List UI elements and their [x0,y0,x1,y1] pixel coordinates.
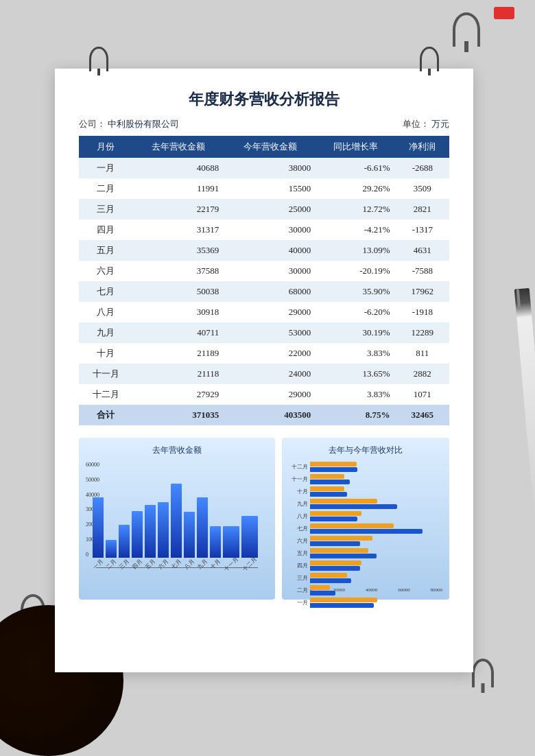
hbar-label: 八月 [289,512,308,520]
chart-left: 去年营收金额 6000050000400003000020000100000 一… [79,438,275,600]
hbar-label: 六月 [289,537,308,545]
hbar-last-year [310,598,377,602]
chart-left-title: 去年营收金额 [86,445,268,456]
cell-profit: 12289 [396,322,449,343]
cell-month: 四月 [79,220,132,240]
cell-last_year: 11991 [132,178,224,199]
hbar-this-year [310,554,377,558]
bar [106,540,117,558]
total-cell-growth: 8.75% [316,405,395,425]
bar-chart: 6000050000400003000020000100000 一月二月三月四月… [86,462,268,578]
bar-col: 四月 [132,472,143,568]
bar-col: 十二月 [241,472,258,568]
bar [145,505,156,558]
hbar-label: 二月 [289,587,308,594]
hbar-last-year [310,536,372,541]
col-profit: 净利润 [396,136,449,158]
hbar-row: 三月 [289,573,442,583]
cell-this_year: 22000 [224,343,316,364]
hbar-row: 一月 [289,598,442,608]
cell-this_year: 29000 [224,302,316,322]
bar-label: 十二月 [241,556,259,573]
bar-col: 六月 [158,472,169,568]
bar-label: 二月 [104,558,117,571]
cell-last_year: 21118 [132,364,224,384]
cell-last_year: 40688 [132,158,224,178]
hbar-last-year [310,511,361,516]
cell-this_year: 40000 [224,240,316,261]
cell-profit: -7588 [396,261,449,281]
hbar-bars [310,474,442,484]
cell-last_year: 37588 [132,261,224,281]
bar [119,525,130,558]
cell-this_year: 30000 [224,261,316,281]
cell-profit: 1071 [396,384,449,405]
bar-label: 一月 [91,558,104,571]
hbar-last-year [310,499,377,504]
hbar-bars [310,598,442,608]
hbar-row: 十一月 [289,474,442,484]
hbar-this-year [310,578,351,583]
hbar-label: 七月 [289,525,308,532]
bar-col: 五月 [145,472,156,568]
table-row: 十月21189220003.83%811 [79,343,449,364]
hbar-this-year [310,603,374,608]
col-this-year: 今年营收金额 [224,136,316,158]
bar-label: 五月 [143,558,156,571]
cell-month: 十一月 [79,364,132,384]
bar-col: 八月 [184,472,195,568]
company-label: 公司： [79,119,106,129]
table-row: 九月407115300030.19%12289 [79,322,449,343]
cell-this_year: 38000 [224,158,316,178]
cell-profit: 3509 [396,178,449,199]
cell-last_year: 27929 [132,384,224,405]
hbar-row: 二月 [289,585,442,595]
cell-profit: -1317 [396,220,449,240]
cell-last_year: 31317 [132,220,224,240]
decorative-clip-1 [453,12,480,47]
hbar-bars [310,511,442,521]
hbar-label: 十二月 [289,463,308,471]
cell-month: 三月 [79,199,132,220]
hbar-label: 四月 [289,562,308,569]
decorative-clip-5 [472,659,494,687]
total-cell-last_year: 371035 [132,405,224,425]
chart-right-title: 去年与今年营收对比 [289,445,442,456]
bar-chart-inner: 一月二月三月四月五月六月七月八月九月十月十一月十二月 [89,472,265,568]
cell-growth: 29.26% [316,178,395,199]
cell-month: 八月 [79,302,132,322]
bar-col: 十月 [210,472,221,568]
hbar-bars [310,548,442,558]
table-row: 一月4068838000-6.61%-2688 [79,158,449,178]
bar [184,512,195,558]
cell-this_year: 25000 [224,199,316,220]
hbar-bars [310,462,442,472]
report-document: 年度财务营收分析报告 公司： 中利股份有限公司 单位： 万元 月份 去年营收金额… [55,69,473,672]
bar [93,497,104,558]
bar [197,497,208,558]
hbar-bars [310,585,442,595]
hbar-chart: 十二月十一月十月九月八月七月六月五月四月三月二月一月 [289,462,442,585]
cell-growth: -6.61% [316,158,395,178]
cell-growth: -6.20% [316,302,395,322]
document-clip-left [89,47,108,71]
cell-this_year: 68000 [224,281,316,302]
bar-col: 一月 [93,472,104,568]
table-row: 八月3091829000-6.20%-1918 [79,302,449,322]
hbar-row: 九月 [289,499,442,509]
hbar-bars [310,536,442,546]
company-info-row: 公司： 中利股份有限公司 单位： 万元 [79,118,449,130]
hbar-label: 五月 [289,550,308,557]
hbar-label: 九月 [289,500,308,508]
table-row: 七月500386800035.90%17962 [79,281,449,302]
bar-label: 十一月 [223,556,240,573]
hbar-this-year [310,492,347,497]
cell-growth: 13.65% [316,364,395,384]
y-axis-label: 60000 [86,462,99,468]
document-clip-right [420,47,439,71]
cell-growth: 13.09% [316,240,395,261]
cell-growth: -4.21% [316,220,395,240]
cell-growth: 30.19% [316,322,395,343]
hbar-bars [310,486,442,497]
cell-month: 七月 [79,281,132,302]
